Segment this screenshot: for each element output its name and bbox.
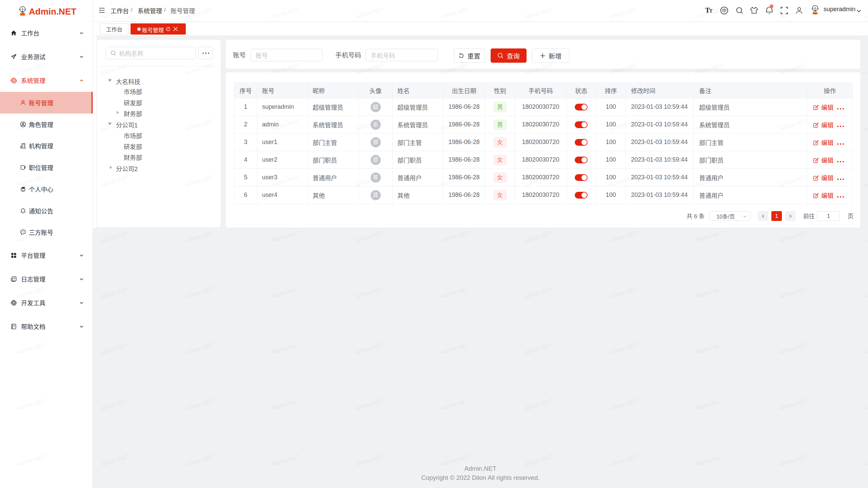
svg-text:T: T: [709, 8, 713, 14]
svg-text:中: 中: [722, 7, 727, 14]
